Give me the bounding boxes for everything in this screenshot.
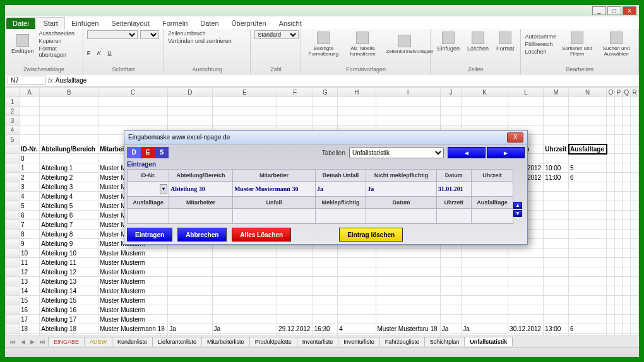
- cell[interactable]: [631, 107, 639, 116]
- cell[interactable]: [376, 116, 440, 126]
- cell[interactable]: Abteilung 2: [40, 173, 98, 182]
- row-header[interactable]: [6, 154, 20, 163]
- cell[interactable]: Abteilung 3: [40, 182, 98, 192]
- col-header[interactable]: K: [462, 88, 508, 97]
- row-header[interactable]: [6, 144, 20, 154]
- col-header[interactable]: P: [615, 88, 623, 97]
- cell[interactable]: [20, 107, 40, 116]
- cell[interactable]: [508, 296, 544, 305]
- find-select-button[interactable]: Suchen und Auswählen: [598, 30, 635, 58]
- clear-button[interactable]: Löschen: [525, 49, 556, 55]
- cell[interactable]: [376, 296, 440, 305]
- cell[interactable]: [544, 305, 569, 315]
- cell[interactable]: [277, 258, 313, 267]
- cell[interactable]: [544, 230, 569, 239]
- format-painter-button[interactable]: Format übertragen: [39, 45, 79, 58]
- cell[interactable]: [508, 248, 544, 258]
- cell[interactable]: 5: [569, 163, 607, 173]
- col-header[interactable]: F: [277, 88, 313, 97]
- form-field[interactable]: [169, 209, 232, 224]
- bold-button[interactable]: F: [87, 50, 91, 56]
- cell[interactable]: [376, 315, 440, 324]
- header-cell[interactable]: Ausfalltage: [569, 144, 607, 154]
- cell[interactable]: [569, 211, 607, 220]
- row-header[interactable]: [6, 220, 20, 230]
- cell[interactable]: 30.12.2012: [508, 324, 544, 334]
- form-field[interactable]: [366, 209, 436, 224]
- cell[interactable]: [212, 107, 277, 116]
- cell[interactable]: [338, 277, 376, 286]
- cell[interactable]: Abteilung 11: [40, 258, 98, 267]
- row-header[interactable]: [6, 258, 20, 267]
- cell[interactable]: [508, 286, 544, 296]
- cell[interactable]: [462, 277, 508, 286]
- cell[interactable]: 0: [20, 154, 40, 163]
- cell[interactable]: [508, 258, 544, 267]
- cell[interactable]: Ja: [212, 324, 277, 334]
- cell[interactable]: Muster Musterm: [98, 248, 167, 258]
- cell[interactable]: 15: [20, 296, 40, 305]
- cell[interactable]: [313, 107, 338, 116]
- cell[interactable]: [544, 135, 569, 144]
- cell[interactable]: [569, 277, 607, 286]
- sheet-tab[interactable]: AUSW: [84, 337, 112, 346]
- cell[interactable]: [376, 97, 440, 107]
- form-field[interactable]: [472, 209, 513, 224]
- cell[interactable]: [277, 286, 313, 296]
- row-header[interactable]: 1: [6, 97, 20, 107]
- cell[interactable]: [607, 107, 615, 116]
- formula-input[interactable]: [56, 77, 636, 84]
- cell[interactable]: 6: [569, 324, 607, 334]
- cell[interactable]: [168, 107, 212, 116]
- cell[interactable]: 18: [20, 324, 40, 334]
- sheet-tab[interactable]: Lieferantenliste: [152, 337, 202, 346]
- cell[interactable]: [376, 277, 440, 286]
- cell[interactable]: [569, 154, 607, 163]
- file-tab[interactable]: Datei: [6, 18, 35, 29]
- cell[interactable]: Abteilung 5: [40, 201, 98, 211]
- col-header[interactable]: B: [40, 88, 98, 97]
- cell[interactable]: Abteilung 17: [40, 315, 98, 324]
- cell[interactable]: [440, 277, 462, 286]
- cell[interactable]: [631, 135, 639, 144]
- cell[interactable]: [20, 126, 40, 135]
- cell[interactable]: [277, 267, 313, 277]
- cell[interactable]: [313, 258, 338, 267]
- cell[interactable]: [623, 97, 631, 107]
- form-field[interactable]: [472, 182, 513, 197]
- cell[interactable]: [544, 220, 569, 230]
- cell[interactable]: [462, 248, 508, 258]
- cell[interactable]: [98, 116, 167, 126]
- cell[interactable]: [440, 286, 462, 296]
- row-header[interactable]: [6, 305, 20, 315]
- cell[interactable]: [569, 220, 607, 230]
- row-header[interactable]: 2: [6, 107, 20, 116]
- cell[interactable]: [544, 315, 569, 324]
- cell[interactable]: 17:30: [313, 334, 338, 336]
- cell[interactable]: [569, 107, 607, 116]
- cell[interactable]: Abteilung 16: [40, 305, 98, 315]
- number-format-select[interactable]: Standard: [254, 30, 299, 39]
- cell[interactable]: [607, 126, 615, 135]
- cell[interactable]: [212, 315, 277, 324]
- cell[interactable]: Abteilung 12: [40, 267, 98, 277]
- cell[interactable]: [615, 126, 623, 135]
- cell[interactable]: [212, 116, 277, 126]
- scroll-up-button[interactable]: ▲: [513, 202, 522, 209]
- cell[interactable]: [440, 97, 462, 107]
- font-size-select[interactable]: [140, 30, 159, 39]
- cell[interactable]: [623, 107, 631, 116]
- cell[interactable]: [544, 116, 569, 126]
- cell[interactable]: [544, 201, 569, 211]
- cell[interactable]: 13: [20, 277, 40, 286]
- cell[interactable]: [376, 258, 440, 267]
- cell[interactable]: Muster Musterm: [98, 277, 167, 286]
- cell[interactable]: [20, 97, 40, 107]
- cell[interactable]: [277, 315, 313, 324]
- cell[interactable]: Ja: [212, 334, 277, 336]
- cell[interactable]: [569, 315, 607, 324]
- cell[interactable]: 29.12.2012: [277, 324, 313, 334]
- cell[interactable]: [40, 154, 98, 163]
- cell[interactable]: Abteilung 8: [40, 230, 98, 239]
- italic-button[interactable]: K: [97, 50, 101, 56]
